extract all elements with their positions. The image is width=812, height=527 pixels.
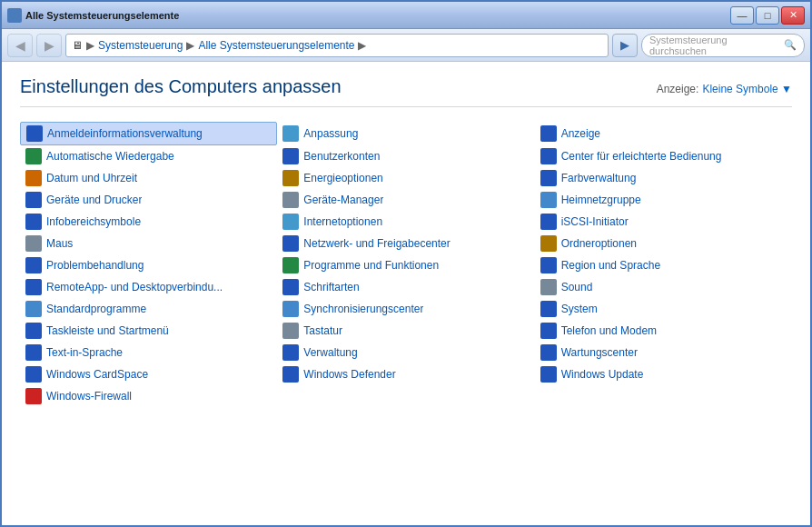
item-icon <box>282 323 299 339</box>
control-item[interactable]: Energieoptionen <box>277 167 534 189</box>
control-item[interactable]: Programme und Funktionen <box>277 254 534 276</box>
item-icon <box>282 235 299 252</box>
item-label: System <box>561 303 598 315</box>
item-label: Standardprogramme <box>46 303 146 315</box>
control-item[interactable]: Maus <box>20 233 277 254</box>
control-item[interactable]: Wartungscenter <box>535 342 792 363</box>
item-label: Ordneroptionen <box>561 237 637 250</box>
item-label: Energieoptionen <box>303 172 382 184</box>
item-icon <box>540 301 557 317</box>
item-label: Programme und Funktionen <box>303 259 439 272</box>
breadcrumb-item-2[interactable]: Alle Systemsteuerungselemente <box>198 39 354 52</box>
control-item[interactable]: Windows CardSpace <box>20 363 277 385</box>
item-label: Tastatur <box>303 324 342 337</box>
item-icon <box>540 279 557 295</box>
control-item[interactable]: Region und Sprache <box>535 254 792 276</box>
control-item[interactable]: RemoteApp- und Desktopverbindu... <box>20 276 277 298</box>
item-label: Maus <box>46 237 73 250</box>
control-item[interactable]: Center für erleichterte Bedienung <box>535 145 792 167</box>
control-item[interactable]: Infobereichsymbole <box>20 211 277 233</box>
control-item[interactable]: Verwaltung <box>277 342 534 363</box>
item-icon <box>540 170 557 186</box>
control-item[interactable]: Telefon und Modem <box>535 320 792 342</box>
item-label: Anzeige <box>561 127 600 140</box>
control-item[interactable]: Sound <box>535 276 792 298</box>
control-item[interactable]: Automatische Wiedergabe <box>20 145 277 167</box>
item-label: Sound <box>561 281 593 293</box>
forward-button[interactable]: ▶ <box>36 34 62 57</box>
minimize-button[interactable]: — <box>730 6 754 25</box>
item-label: Geräte und Drucker <box>46 194 142 206</box>
control-item[interactable]: Tastatur <box>277 320 534 342</box>
item-icon <box>25 214 42 230</box>
control-item[interactable]: Standardprogramme <box>20 298 277 320</box>
main-content: Einstellungen des Computers anpassen Anz… <box>2 62 810 527</box>
control-item[interactable]: Text-in-Sprache <box>20 342 277 363</box>
control-item[interactable]: Netzwerk- und Freigabecenter <box>277 233 534 254</box>
item-label: Windows Defender <box>303 368 395 381</box>
item-label: Center für erleichterte Bedienung <box>561 150 722 163</box>
item-icon <box>25 388 42 404</box>
item-label: RemoteApp- und Desktopverbindu... <box>46 281 223 293</box>
control-item[interactable]: System <box>535 298 792 320</box>
page-header: Einstellungen des Computers anpassen Anz… <box>20 76 792 107</box>
item-icon <box>540 366 557 383</box>
control-item[interactable]: Windows Defender <box>277 363 534 385</box>
address-bar: ◀ ▶ 🖥 ▶ Systemsteuerung ▶ Alle Systemste… <box>2 29 810 62</box>
item-icon <box>282 279 299 295</box>
item-icon <box>540 148 557 164</box>
control-item[interactable]: Anzeige <box>535 122 792 145</box>
control-item[interactable]: Problembehandlung <box>20 254 277 276</box>
item-icon <box>25 192 42 208</box>
control-item[interactable]: Windows-Firewall <box>20 385 277 407</box>
control-item[interactable]: Datum und Uhrzeit <box>20 167 277 189</box>
control-item[interactable]: iSCSI-Initiator <box>535 211 792 233</box>
view-option-link[interactable]: Kleine Symbole ▼ <box>702 83 792 95</box>
control-item[interactable]: Benutzerkonten <box>277 145 534 167</box>
maximize-button[interactable]: □ <box>756 6 779 25</box>
item-icon <box>282 192 299 208</box>
item-icon <box>25 170 42 186</box>
item-label: iSCSI-Initiator <box>561 215 629 228</box>
back-button[interactable]: ◀ <box>7 34 33 57</box>
item-label: Internetoptionen <box>303 215 382 228</box>
item-icon <box>540 344 557 361</box>
item-icon <box>282 214 299 230</box>
go-button[interactable]: ▶ <box>612 34 638 57</box>
window-icon <box>7 8 22 23</box>
item-icon <box>540 235 557 252</box>
item-label: Windows CardSpace <box>46 368 148 381</box>
control-item[interactable]: Windows Update <box>535 363 792 385</box>
control-item[interactable]: Geräte-Manager <box>277 189 534 211</box>
item-icon <box>540 257 557 273</box>
item-icon <box>25 279 42 295</box>
item-icon <box>540 214 557 230</box>
item-label: Telefon und Modem <box>561 324 657 337</box>
control-item[interactable]: Geräte und Drucker <box>20 189 277 211</box>
control-item[interactable]: Synchronisierungscenter <box>277 298 534 320</box>
control-item[interactable]: Anmeldeinformationsverwaltung <box>20 122 277 145</box>
control-item[interactable]: Taskleiste und Startmenü <box>20 320 277 342</box>
control-item[interactable]: Heimnetzgruppe <box>535 189 792 211</box>
search-icon: 🔍 <box>784 39 797 51</box>
item-label: Taskleiste und Startmenü <box>46 324 169 337</box>
item-label: Synchronisierungscenter <box>303 303 423 315</box>
close-button[interactable]: ✕ <box>781 6 805 25</box>
item-icon <box>25 301 42 317</box>
item-label: Windows Update <box>561 368 644 381</box>
item-label: Anpassung <box>303 127 358 140</box>
search-box[interactable]: Systemsteuerung durchsuchen 🔍 <box>641 34 805 57</box>
item-label: Heimnetzgruppe <box>561 194 641 206</box>
item-label: Region und Sprache <box>561 259 660 272</box>
item-icon <box>25 323 42 339</box>
control-item[interactable]: Internetoptionen <box>277 211 534 233</box>
item-icon <box>282 148 299 164</box>
breadcrumb-item-1[interactable]: Systemsteuerung <box>98 39 183 52</box>
item-icon <box>26 125 43 142</box>
control-item[interactable]: Anpassung <box>277 122 534 145</box>
control-item[interactable]: Ordneroptionen <box>535 233 792 254</box>
control-item[interactable]: Farbverwaltung <box>535 167 792 189</box>
control-item[interactable]: Schriftarten <box>277 276 534 298</box>
item-icon <box>282 125 299 142</box>
item-label: Datum und Uhrzeit <box>46 172 137 184</box>
